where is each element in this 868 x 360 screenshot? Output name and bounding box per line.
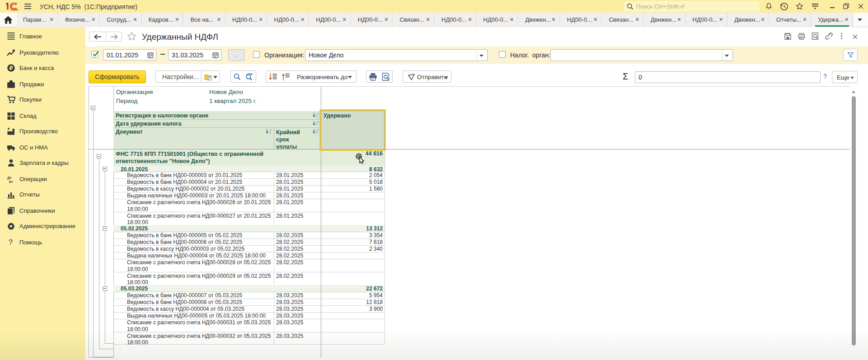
- svg-text:Дт: Дт: [7, 176, 12, 180]
- svg-text:?: ?: [9, 238, 13, 246]
- svg-text:Кт: Кт: [9, 180, 13, 184]
- svg-text:₽: ₽: [9, 65, 13, 71]
